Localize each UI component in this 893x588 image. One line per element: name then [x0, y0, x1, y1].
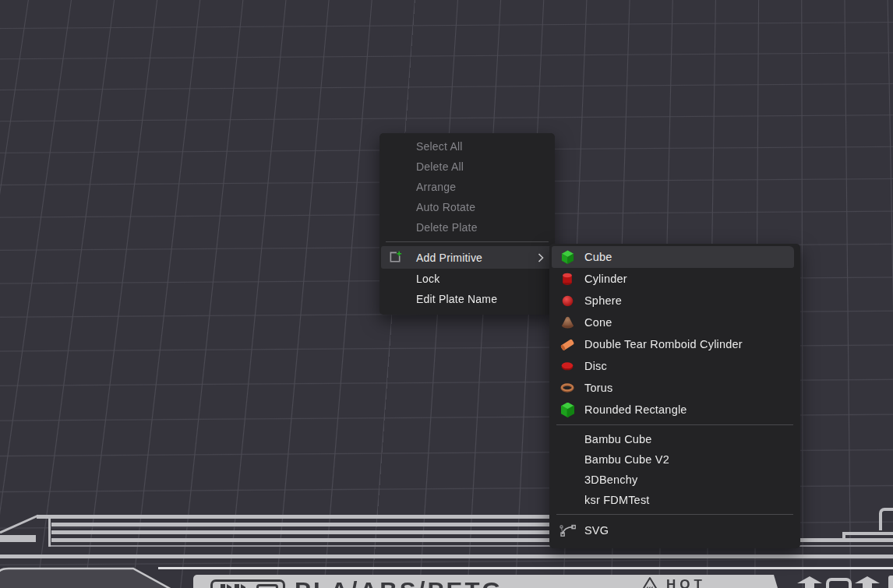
submenu-item-rounded-rectangle[interactable]: Rounded Rectangle: [552, 399, 798, 421]
menu-item-label: Arrange: [416, 181, 456, 193]
plate-handle-tab: [0, 567, 176, 588]
menu-item-add-primitive[interactable]: Add Primitive: [381, 246, 553, 269]
romboid-cylinder-icon: [559, 336, 576, 353]
submenu-item-label: Torus: [584, 382, 612, 394]
plate-edge-line: [0, 555, 893, 558]
submenu-item-label: Cylinder: [584, 273, 627, 285]
menu-item-label: Delete Plate: [416, 221, 478, 234]
submenu-item-3dbenchy[interactable]: 3DBenchy: [552, 470, 798, 490]
bezier-curve-icon: [559, 522, 576, 539]
plate-edge-tick: [48, 515, 51, 547]
hot-warning: HOT: [641, 576, 706, 588]
menu-item-delete-all: Delete All: [381, 157, 553, 177]
submenu-item-bambu-cube[interactable]: Bambu Cube: [552, 429, 798, 449]
arrow-up-icon: [796, 576, 823, 588]
arrow-up-icon: [854, 576, 881, 588]
menu-item-label: Delete All: [416, 160, 464, 173]
plate-edge-marker: [888, 576, 893, 588]
submenu-item-label: Bambu Cube V2: [584, 453, 669, 466]
menu-divider: [386, 241, 549, 242]
menu-item-label: Lock: [416, 273, 439, 285]
chevron-right-icon: [538, 252, 544, 262]
submenu-item-cone[interactable]: Cone: [552, 312, 798, 333]
menu-item-delete-plate: Delete Plate: [381, 217, 553, 238]
submenu-item-label: 3DBenchy: [584, 474, 638, 486]
submenu-item-label: Double Tear Romboid Cylinder: [584, 338, 743, 350]
add-primitive-icon: [387, 250, 403, 266]
submenu-item-label: Sphere: [584, 294, 622, 307]
submenu-item-label: SVG: [584, 524, 609, 537]
menu-item-arrange: Arrange: [381, 177, 553, 197]
submenu-item-double-tear-romboid-cylinder[interactable]: Double Tear Romboid Cylinder: [552, 333, 798, 355]
cube-icon: [559, 248, 576, 266]
submenu-models-group: Bambu Cube Bambu Cube V2 3DBenchy ksr FD…: [552, 429, 798, 510]
submenu-item-label: Cone: [584, 316, 612, 329]
plate-edge-line: [844, 532, 893, 535]
add-primitive-submenu: Cube Cylinder Sphere: [549, 244, 800, 548]
menu-item-edit-plate-name[interactable]: Edit Plate Name: [381, 289, 553, 309]
menu-item-label: Add Primitive: [416, 252, 482, 264]
submenu-item-torus[interactable]: Torus: [552, 377, 798, 399]
menu-item-lock[interactable]: Lock: [381, 269, 553, 289]
plate-corner-diagonal: [0, 510, 47, 537]
bambu-logo-icon: [221, 584, 247, 588]
plate-front-rim: [158, 567, 893, 569]
submenu-item-label: Bambu Cube: [584, 433, 652, 445]
menu-divider: [556, 424, 793, 425]
plate-sticker-text: PLA/ABS/PETG: [295, 577, 503, 588]
submenu-item-cylinder[interactable]: Cylinder: [552, 268, 798, 290]
hot-warning-icon: [641, 576, 659, 588]
qr-badge-icon: [256, 584, 278, 588]
torus-icon: [559, 379, 576, 396]
menu-divider: [556, 514, 793, 515]
viewport-context-menu: Select All Delete All Arrange Auto Rotat…: [379, 133, 555, 315]
submenu-item-ksr-fdmtest[interactable]: ksr FDMTest: [552, 490, 798, 510]
cone-icon: [559, 314, 576, 331]
sphere-icon: [559, 292, 576, 309]
submenu-item-label: Disc: [584, 360, 607, 372]
plate-corner-bracket: [879, 508, 893, 530]
menu-item-label: Auto Rotate: [416, 201, 475, 213]
cylinder-icon: [559, 270, 576, 287]
menu-item-label: Edit Plate Name: [416, 293, 497, 305]
plate-logo-badge: [210, 579, 285, 588]
menu-item-label: Select All: [416, 140, 463, 153]
submenu-item-svg[interactable]: SVG: [552, 519, 798, 541]
menu-item-auto-rotate: Auto Rotate: [381, 197, 553, 217]
submenu-item-bambu-cube-v2[interactable]: Bambu Cube V2: [552, 449, 798, 470]
plate-sticker: PLA/ABS/PETG HOT: [193, 575, 778, 588]
disc-icon: [559, 357, 576, 375]
square-marker-icon: [826, 578, 852, 588]
submenu-item-cube[interactable]: Cube: [552, 246, 794, 268]
rounded-rectangle-icon: [559, 401, 576, 418]
submenu-item-label: ksr FDMTest: [584, 494, 650, 506]
slicer-3d-viewport[interactable]: PLA/ABS/PETG HOT Select All Delete All: [0, 0, 893, 588]
submenu-item-label: Cube: [584, 251, 612, 263]
submenu-item-label: Rounded Rectangle: [584, 403, 687, 416]
menu-item-select-all: Select All: [381, 136, 553, 157]
submenu-item-disc[interactable]: Disc: [552, 355, 798, 377]
hot-label: HOT: [666, 576, 706, 588]
submenu-item-sphere[interactable]: Sphere: [552, 290, 798, 312]
